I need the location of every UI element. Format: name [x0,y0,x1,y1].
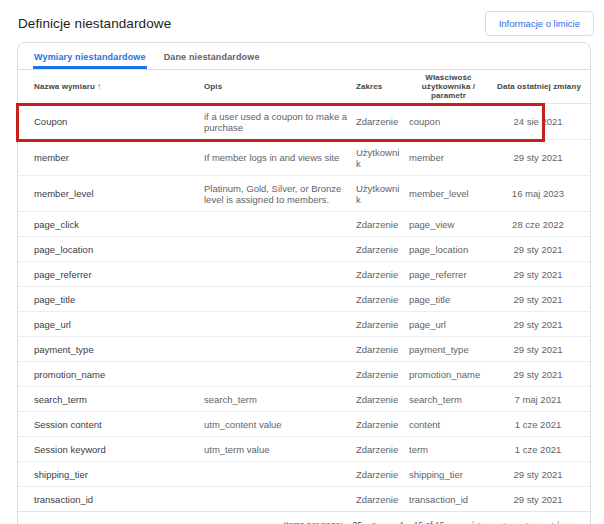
parameter-cell: transaction_id [409,487,494,512]
parameter-cell: page_url [409,312,494,337]
page-title: Definicje niestandardowe [18,16,171,31]
page-header: Definicje niestandardowe Informacje o li… [0,0,604,36]
description-cell [204,237,356,262]
tab-custom-dimensions[interactable]: Wymiary niestandardowe [33,43,147,69]
last-changed-cell: 29 sty 2021 [494,287,590,312]
scope-cell: Zdarzenie [356,362,409,387]
table-row[interactable]: page_url Zdarzenie page_url 29 sty 2021 [18,312,590,337]
description-cell: Platinum, Gold, Silver, or Bronze level … [204,176,356,212]
last-page-icon[interactable]: >| [549,518,562,524]
last-changed-cell: 28 cze 2022 [494,212,590,237]
table-row[interactable]: member_level Platinum, Gold, Silver, or … [18,176,590,212]
table-row[interactable]: page_click Zdarzenie page_view 28 cze 20… [18,212,590,237]
limit-info-button[interactable]: Informacje o limicie [485,11,594,36]
parameter-cell: page_view [409,212,494,237]
scope-cell: Zdarzenie [356,387,409,412]
last-changed-cell: 16 maj 2023 [494,176,590,212]
parameter-cell: member_level [409,176,494,212]
table-row[interactable]: page_referrer Zdarzenie page_referrer 29… [18,262,590,287]
items-per-page-label: Items per page: [284,520,343,524]
table-row[interactable]: search_term search_term Zdarzenie search… [18,387,590,412]
parameter-cell: page_location [409,237,494,262]
table-row[interactable]: shipping_tier Zdarzenie shipping_tier 29… [18,462,590,487]
dimension-name-cell: payment_type [18,337,204,362]
previous-page-icon[interactable]: < [498,518,506,524]
parameter-cell: coupon [409,104,494,140]
table-row[interactable]: transaction_id Zdarzenie transaction_id … [18,487,590,512]
dimension-name-cell: search_term [18,387,204,412]
description-cell [204,312,356,337]
column-header-scope: Zakres [356,70,409,104]
items-per-page-value: 25 [353,520,362,524]
scope-cell: Zdarzenie [356,437,409,462]
tab-custom-metrics[interactable]: Dane niestandardowe [163,43,261,69]
description-cell: search_term [204,387,356,412]
scope-cell: Zdarzenie [356,287,409,312]
last-changed-cell: 24 sie 2021 [494,104,590,140]
dimension-name-cell: Session keyword [18,437,204,462]
scope-cell: Zdarzenie [356,237,409,262]
dimension-name-cell: member_level [18,176,204,212]
description-cell [204,362,356,387]
scope-cell: Zdarzenie [356,337,409,362]
dimension-name-cell: page_location [18,237,204,262]
scope-cell: Zdarzenie [356,312,409,337]
parameter-cell: search_term [409,387,494,412]
description-cell [204,287,356,312]
table-footer: Items per page: 25 ▾ 1 – 15 of 15 |< < >… [18,511,590,524]
table-body: Coupon if a user used a coupon to make a… [18,104,590,512]
column-header-description: Opis [204,70,356,104]
next-page-icon[interactable]: > [524,518,532,524]
scope-cell: Zdarzenie [356,462,409,487]
table-row[interactable]: page_title Zdarzenie page_title 29 sty 2… [18,287,590,312]
dimension-name-cell: Coupon [18,104,204,140]
first-page-icon[interactable]: |< [468,518,481,524]
dimension-name-cell: member [18,140,204,176]
custom-definitions-card: Wymiary niestandardowe Dane niestandardo… [17,42,591,524]
table-row[interactable]: Coupon if a user used a coupon to make a… [18,104,590,140]
parameter-cell: shipping_tier [409,462,494,487]
pager: |< < > >| [468,518,562,524]
dimension-name-cell: promotion_name [18,362,204,387]
last-changed-cell: 29 sty 2021 [494,262,590,287]
last-changed-cell: 29 sty 2021 [494,337,590,362]
pagination-range: 1 – 15 of 15 [400,520,445,524]
custom-dimensions-table: Nazwa wymiaru↑ Opis Zakres Właściwość uż… [18,70,590,511]
table-row[interactable]: page_location Zdarzenie page_location 29… [18,237,590,262]
description-cell [204,487,356,512]
description-cell [204,212,356,237]
table-row[interactable]: Session content utm_content value Zdarze… [18,412,590,437]
scope-cell: Zdarzenie [356,212,409,237]
parameter-cell: content [409,412,494,437]
column-header-last-changed: Data ostatniej zmiany [494,70,590,104]
parameter-cell: member [409,140,494,176]
chevron-down-icon: ▾ [372,521,376,524]
description-cell [204,262,356,287]
last-changed-cell: 29 sty 2021 [494,312,590,337]
dimension-name-cell: Session content [18,412,204,437]
parameter-cell: page_title [409,287,494,312]
description-cell: If member logs in and views site [204,140,356,176]
scope-cell: Zdarzenie [356,104,409,140]
items-per-page-select[interactable]: 25 ▾ [351,519,378,524]
dimension-name-cell: transaction_id [18,487,204,512]
scope-cell: Użytkownik [356,140,409,176]
table-row[interactable]: member If member logs in and views site … [18,140,590,176]
table-row[interactable]: Session keyword utm_term value Zdarzenie… [18,437,590,462]
table-header-row: Nazwa wymiaru↑ Opis Zakres Właściwość uż… [18,70,590,104]
last-changed-cell: 29 sty 2021 [494,140,590,176]
description-cell [204,462,356,487]
parameter-cell: payment_type [409,337,494,362]
last-changed-cell: 1 cze 2021 [494,412,590,437]
column-header-name[interactable]: Nazwa wymiaru↑ [18,70,204,104]
dimension-name-cell: page_url [18,312,204,337]
last-changed-cell: 29 sty 2021 [494,487,590,512]
table-row[interactable]: promotion_name Zdarzenie promotion_name … [18,362,590,387]
table-row[interactable]: payment_type Zdarzenie payment_type 29 s… [18,337,590,362]
scope-cell: Użytkownik [356,176,409,212]
description-cell: if a user used a coupon to make a purcha… [204,104,356,140]
column-header-name-label: Nazwa wymiaru [34,82,95,91]
scope-cell: Zdarzenie [356,262,409,287]
scope-cell: Zdarzenie [356,487,409,512]
last-changed-cell: 1 cze 2021 [494,437,590,462]
